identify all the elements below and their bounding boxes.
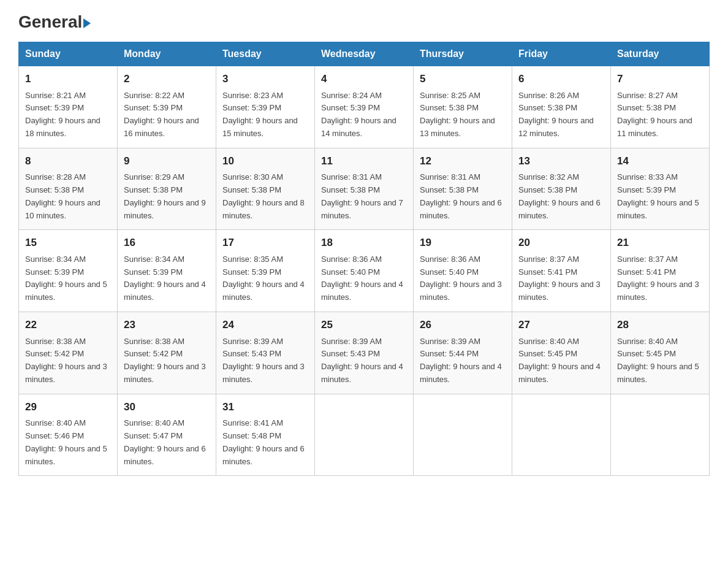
calendar-cell: 19 Sunrise: 8:36 AMSunset: 5:40 PMDaylig…: [414, 230, 512, 312]
day-info: Sunrise: 8:28 AMSunset: 5:38 PMDaylight:…: [25, 172, 100, 220]
calendar-week-5: 29 Sunrise: 8:40 AMSunset: 5:46 PMDaylig…: [19, 394, 710, 476]
day-number: 15: [25, 235, 111, 251]
weekday-header-tuesday: Tuesday: [216, 42, 315, 66]
day-info: Sunrise: 8:25 AMSunset: 5:38 PMDaylight:…: [420, 91, 495, 138]
day-info: Sunrise: 8:38 AMSunset: 5:42 PMDaylight:…: [25, 337, 107, 384]
page-header: General: [18, 12, 710, 29]
day-number: 13: [518, 153, 604, 169]
day-info: Sunrise: 8:22 AMSunset: 5:39 PMDaylight:…: [124, 91, 199, 138]
weekday-header-sunday: Sunday: [19, 42, 118, 66]
calendar-cell: 5 Sunrise: 8:25 AMSunset: 5:38 PMDayligh…: [414, 66, 512, 148]
calendar-cell: 20 Sunrise: 8:37 AMSunset: 5:41 PMDaylig…: [512, 230, 611, 312]
day-number: 18: [321, 235, 407, 251]
day-number: 7: [617, 71, 703, 87]
weekday-header-wednesday: Wednesday: [315, 42, 414, 66]
calendar-table: SundayMondayTuesdayWednesdayThursdayFrid…: [18, 42, 710, 476]
day-info: Sunrise: 8:40 AMSunset: 5:45 PMDaylight:…: [617, 337, 699, 384]
day-info: Sunrise: 8:35 AMSunset: 5:39 PMDaylight:…: [222, 255, 305, 302]
calendar-cell: 26 Sunrise: 8:39 AMSunset: 5:44 PMDaylig…: [414, 312, 512, 394]
calendar-cell: 29 Sunrise: 8:40 AMSunset: 5:46 PMDaylig…: [19, 394, 118, 476]
calendar-cell: 7 Sunrise: 8:27 AMSunset: 5:38 PMDayligh…: [611, 66, 710, 148]
day-number: 6: [518, 71, 604, 87]
day-info: Sunrise: 8:21 AMSunset: 5:39 PMDaylight:…: [25, 91, 100, 138]
calendar-cell: 23 Sunrise: 8:38 AMSunset: 5:42 PMDaylig…: [118, 312, 216, 394]
day-number: 1: [25, 71, 111, 87]
calendar-cell: 25 Sunrise: 8:39 AMSunset: 5:43 PMDaylig…: [315, 312, 414, 394]
day-number: 27: [518, 317, 604, 333]
day-info: Sunrise: 8:40 AMSunset: 5:45 PMDaylight:…: [518, 337, 601, 384]
calendar-cell: 10 Sunrise: 8:30 AMSunset: 5:38 PMDaylig…: [216, 148, 315, 230]
day-info: Sunrise: 8:41 AMSunset: 5:48 PMDaylight:…: [222, 418, 305, 465]
day-info: Sunrise: 8:31 AMSunset: 5:38 PMDaylight:…: [420, 172, 502, 220]
day-info: Sunrise: 8:34 AMSunset: 5:39 PMDaylight:…: [124, 255, 206, 302]
day-number: 9: [124, 153, 210, 169]
calendar-cell: [512, 394, 611, 476]
day-number: 17: [222, 235, 308, 251]
weekday-header-saturday: Saturday: [611, 42, 710, 66]
day-number: 24: [222, 317, 308, 333]
day-number: 8: [25, 153, 111, 169]
calendar-cell: [611, 394, 710, 476]
day-number: 25: [321, 317, 407, 333]
day-number: 31: [222, 399, 308, 415]
day-number: 22: [25, 317, 111, 333]
day-number: 26: [420, 317, 506, 333]
calendar-cell: 3 Sunrise: 8:23 AMSunset: 5:39 PMDayligh…: [216, 66, 315, 148]
calendar-cell: 27 Sunrise: 8:40 AMSunset: 5:45 PMDaylig…: [512, 312, 611, 394]
calendar-week-3: 15 Sunrise: 8:34 AMSunset: 5:39 PMDaylig…: [19, 230, 710, 312]
calendar-week-2: 8 Sunrise: 8:28 AMSunset: 5:38 PMDayligh…: [19, 148, 710, 230]
day-number: 2: [124, 71, 210, 87]
calendar-cell: 14 Sunrise: 8:33 AMSunset: 5:39 PMDaylig…: [611, 148, 710, 230]
day-number: 5: [420, 71, 506, 87]
calendar-cell: 21 Sunrise: 8:37 AMSunset: 5:41 PMDaylig…: [611, 230, 710, 312]
logo: General: [18, 12, 91, 29]
day-info: Sunrise: 8:37 AMSunset: 5:41 PMDaylight:…: [518, 255, 601, 302]
day-info: Sunrise: 8:31 AMSunset: 5:38 PMDaylight:…: [321, 172, 403, 220]
day-info: Sunrise: 8:39 AMSunset: 5:44 PMDaylight:…: [420, 337, 502, 384]
day-number: 11: [321, 153, 407, 169]
day-info: Sunrise: 8:34 AMSunset: 5:39 PMDaylight:…: [25, 255, 107, 302]
day-number: 29: [25, 399, 111, 415]
day-info: Sunrise: 8:33 AMSunset: 5:39 PMDaylight:…: [617, 172, 699, 220]
logo-general: General: [18, 12, 91, 32]
calendar-cell: 24 Sunrise: 8:39 AMSunset: 5:43 PMDaylig…: [216, 312, 315, 394]
day-number: 28: [617, 317, 703, 333]
calendar-cell: 2 Sunrise: 8:22 AMSunset: 5:39 PMDayligh…: [118, 66, 216, 148]
day-info: Sunrise: 8:32 AMSunset: 5:38 PMDaylight:…: [518, 172, 601, 220]
calendar-cell: 11 Sunrise: 8:31 AMSunset: 5:38 PMDaylig…: [315, 148, 414, 230]
day-info: Sunrise: 8:26 AMSunset: 5:38 PMDaylight:…: [518, 91, 594, 138]
day-info: Sunrise: 8:37 AMSunset: 5:41 PMDaylight:…: [617, 255, 699, 302]
calendar-cell: 8 Sunrise: 8:28 AMSunset: 5:38 PMDayligh…: [19, 148, 118, 230]
day-number: 16: [124, 235, 210, 251]
weekday-header-row: SundayMondayTuesdayWednesdayThursdayFrid…: [19, 42, 710, 66]
day-info: Sunrise: 8:30 AMSunset: 5:38 PMDaylight:…: [222, 172, 305, 220]
calendar-cell: 1 Sunrise: 8:21 AMSunset: 5:39 PMDayligh…: [19, 66, 118, 148]
weekday-header-friday: Friday: [512, 42, 611, 66]
day-number: 12: [420, 153, 506, 169]
calendar-cell: 17 Sunrise: 8:35 AMSunset: 5:39 PMDaylig…: [216, 230, 315, 312]
day-number: 4: [321, 71, 407, 87]
day-number: 20: [518, 235, 604, 251]
day-info: Sunrise: 8:36 AMSunset: 5:40 PMDaylight:…: [420, 255, 502, 302]
calendar-cell: 30 Sunrise: 8:40 AMSunset: 5:47 PMDaylig…: [118, 394, 216, 476]
weekday-header-monday: Monday: [118, 42, 216, 66]
calendar-cell: [315, 394, 414, 476]
day-info: Sunrise: 8:39 AMSunset: 5:43 PMDaylight:…: [222, 337, 305, 384]
calendar-cell: 9 Sunrise: 8:29 AMSunset: 5:38 PMDayligh…: [118, 148, 216, 230]
day-number: 19: [420, 235, 506, 251]
calendar-cell: 31 Sunrise: 8:41 AMSunset: 5:48 PMDaylig…: [216, 394, 315, 476]
day-info: Sunrise: 8:24 AMSunset: 5:39 PMDaylight:…: [321, 91, 396, 138]
day-number: 10: [222, 153, 308, 169]
calendar-week-4: 22 Sunrise: 8:38 AMSunset: 5:42 PMDaylig…: [19, 312, 710, 394]
calendar-week-1: 1 Sunrise: 8:21 AMSunset: 5:39 PMDayligh…: [19, 66, 710, 148]
calendar-header: SundayMondayTuesdayWednesdayThursdayFrid…: [19, 42, 710, 66]
day-info: Sunrise: 8:23 AMSunset: 5:39 PMDaylight:…: [222, 91, 298, 138]
day-number: 21: [617, 235, 703, 251]
day-info: Sunrise: 8:40 AMSunset: 5:46 PMDaylight:…: [25, 418, 107, 465]
day-number: 30: [124, 399, 210, 415]
day-info: Sunrise: 8:38 AMSunset: 5:42 PMDaylight:…: [124, 337, 206, 384]
calendar-body: 1 Sunrise: 8:21 AMSunset: 5:39 PMDayligh…: [19, 66, 710, 476]
calendar-cell: 12 Sunrise: 8:31 AMSunset: 5:38 PMDaylig…: [414, 148, 512, 230]
calendar-cell: 16 Sunrise: 8:34 AMSunset: 5:39 PMDaylig…: [118, 230, 216, 312]
calendar-cell: [414, 394, 512, 476]
